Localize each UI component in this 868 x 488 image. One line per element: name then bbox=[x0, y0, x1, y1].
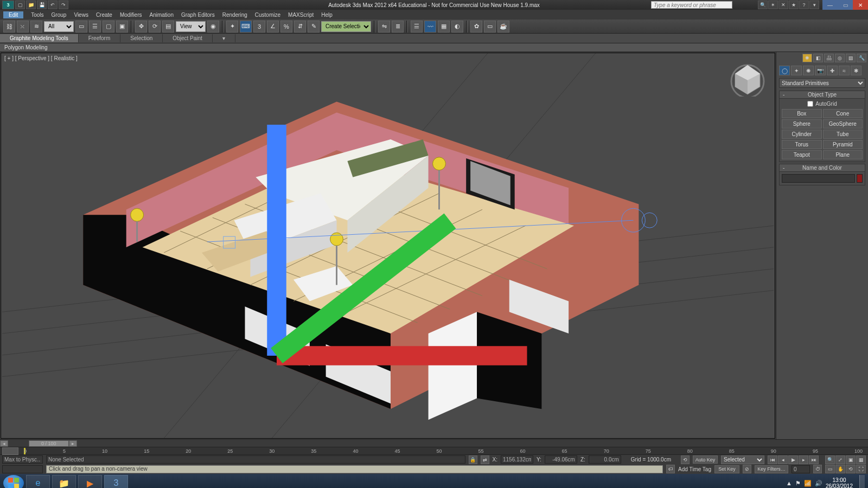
tray-volume-icon[interactable]: 🔊 bbox=[815, 480, 822, 487]
cat-geometry-icon[interactable]: ◯ bbox=[779, 66, 790, 75]
trackbar-mini-curve-icon[interactable] bbox=[2, 447, 18, 455]
prim-sphere[interactable]: Sphere bbox=[782, 119, 822, 129]
setkey-button[interactable]: Set Key bbox=[714, 465, 739, 473]
exchange-icon[interactable]: ✕ bbox=[778, 1, 788, 9]
scale-icon[interactable]: ▤ bbox=[162, 21, 174, 33]
next-frame-icon[interactable]: ▸ bbox=[799, 455, 808, 464]
object-name-field[interactable] bbox=[782, 174, 855, 183]
help-icon[interactable]: ? bbox=[799, 1, 809, 9]
menu-edit[interactable]: Edit bbox=[3, 11, 23, 18]
select-object-icon[interactable]: ▭ bbox=[75, 21, 87, 33]
autogrid-checkbox[interactable]: AutoGrid bbox=[782, 101, 863, 107]
pan-icon[interactable]: ✋ bbox=[835, 465, 845, 473]
cmd-tab-modify-icon[interactable]: ◧ bbox=[813, 54, 823, 62]
qat-new-icon[interactable]: ▢ bbox=[15, 1, 25, 9]
tray-flag-icon[interactable]: ⚑ bbox=[795, 480, 801, 487]
coord-x[interactable] bbox=[501, 455, 533, 464]
render-icon[interactable]: ☕ bbox=[497, 21, 509, 33]
geometry-subtype-dropdown[interactable]: Standard Primitives bbox=[779, 78, 865, 88]
zoom-extents-icon[interactable]: ▣ bbox=[846, 455, 856, 464]
cmd-tab-display-icon[interactable]: ▨ bbox=[846, 54, 856, 62]
timeslider-knob[interactable]: 0 / 100 bbox=[29, 440, 69, 447]
rendered-frame-icon[interactable]: ▭ bbox=[484, 21, 496, 33]
move-icon[interactable]: ✥ bbox=[135, 21, 147, 33]
tray-show-hidden-icon[interactable]: ▲ bbox=[786, 480, 792, 486]
keyboard-shortcut-icon[interactable]: ⌨ bbox=[240, 21, 252, 33]
orbit-icon[interactable]: ⟲ bbox=[846, 465, 856, 473]
menu-customize[interactable]: Customize bbox=[255, 12, 280, 18]
material-editor-icon[interactable]: ◐ bbox=[451, 21, 463, 33]
taskbar-explorer-icon[interactable]: 📁 bbox=[52, 475, 76, 488]
use-pivot-icon[interactable]: ◉ bbox=[207, 21, 219, 33]
viewcube[interactable] bbox=[729, 59, 767, 97]
ribbon-tab-freeform[interactable]: Freeform bbox=[79, 34, 121, 42]
time-config-icon[interactable]: ⏱ bbox=[813, 465, 822, 473]
menu-create[interactable]: Create bbox=[96, 12, 112, 18]
add-time-tag[interactable]: Add Time Tag bbox=[678, 466, 711, 472]
menu-maxscript[interactable]: MAXScript bbox=[288, 12, 314, 18]
zoom-icon[interactable]: 🔍 bbox=[825, 455, 835, 464]
goto-start-icon[interactable]: ⏮ bbox=[768, 455, 777, 464]
coord-z[interactable] bbox=[589, 455, 621, 464]
ribbon-tab-graphite[interactable]: Graphite Modeling Tools bbox=[0, 34, 79, 42]
angle-snap-icon[interactable]: ∠ bbox=[267, 21, 279, 33]
mirror-icon[interactable]: ⇋ bbox=[378, 21, 390, 33]
prev-frame-icon[interactable]: ◂ bbox=[778, 455, 788, 464]
show-desktop-button[interactable] bbox=[859, 475, 865, 488]
render-setup-icon[interactable]: ✿ bbox=[470, 21, 482, 33]
cmd-tab-hierarchy-icon[interactable]: 品 bbox=[824, 54, 834, 62]
maxscript-mini-listener-2[interactable] bbox=[2, 465, 43, 473]
prim-cylinder[interactable]: Cylinder bbox=[782, 130, 822, 139]
setkey-large-icon[interactable]: ⊘ bbox=[743, 465, 751, 473]
zoom-all-icon[interactable]: ⤢ bbox=[835, 455, 845, 464]
tray-clock[interactable]: 13:00 26/03/2012 bbox=[826, 477, 853, 488]
qat-undo-icon[interactable]: ↶ bbox=[48, 1, 58, 9]
qat-open-icon[interactable]: 📁 bbox=[26, 1, 36, 9]
menu-grapheditors[interactable]: Graph Editors bbox=[181, 12, 215, 18]
menu-tools[interactable]: Tools bbox=[31, 12, 43, 18]
prim-tube[interactable]: Tube bbox=[823, 130, 863, 139]
selectlink-icon[interactable]: ⛓ bbox=[3, 21, 15, 33]
bind-spacewarp-icon[interactable]: ≋ bbox=[30, 21, 42, 33]
ref-coord-dropdown[interactable]: View bbox=[176, 21, 206, 32]
subscription-icon[interactable]: ✶ bbox=[768, 1, 778, 9]
ribbon-expand-icon[interactable]: ▾ bbox=[213, 34, 235, 42]
curve-editor-icon[interactable]: 〰 bbox=[424, 21, 436, 33]
rollout-object-type[interactable]: Object Type bbox=[779, 91, 865, 99]
menu-rendering[interactable]: Rendering bbox=[222, 12, 247, 18]
selection-lock-icon[interactable]: 🔒 bbox=[469, 455, 477, 464]
menu-views[interactable]: Views bbox=[74, 12, 88, 18]
timeslider-prev-icon[interactable]: ◂ bbox=[0, 440, 8, 447]
select-by-name-icon[interactable]: ☰ bbox=[89, 21, 101, 33]
schematic-view-icon[interactable]: ▦ bbox=[438, 21, 450, 33]
adaptive-degradation-icon[interactable]: ⟲ bbox=[681, 455, 690, 464]
minimize-button[interactable]: — bbox=[822, 0, 838, 10]
ribbon-tab-selection[interactable]: Selection bbox=[120, 34, 163, 42]
cmd-tab-motion-icon[interactable]: ◎ bbox=[835, 54, 845, 62]
track-bar[interactable]: 0510 152025 303540 455055 606570 758085 … bbox=[0, 447, 868, 454]
rect-region-icon[interactable]: ▢ bbox=[103, 21, 114, 33]
current-frame-field[interactable] bbox=[792, 465, 810, 473]
maxscript-mini-listener[interactable] bbox=[2, 455, 43, 464]
unlink-icon[interactable]: ⛌ bbox=[17, 21, 29, 33]
autokey-button[interactable]: Auto Key bbox=[693, 455, 718, 464]
keymode-dropdown[interactable]: Selected bbox=[721, 455, 764, 464]
menu-modifiers[interactable]: Modifiers bbox=[120, 12, 142, 18]
cat-lights-icon[interactable]: ✺ bbox=[803, 66, 814, 75]
cmd-tab-create-icon[interactable]: ✺ bbox=[802, 54, 812, 62]
tray-network-icon[interactable]: 📶 bbox=[804, 480, 812, 487]
taskbar-ie-icon[interactable]: e bbox=[26, 475, 50, 488]
layers-icon[interactable]: ☰ bbox=[411, 21, 423, 33]
snaps-3-icon[interactable]: 3 bbox=[253, 21, 265, 33]
app-menu-button[interactable]: 3 bbox=[2, 1, 14, 9]
cmd-tab-utilities-icon[interactable]: 🔧 bbox=[857, 54, 866, 62]
absolute-relative-icon[interactable]: ⇄ bbox=[481, 455, 489, 464]
selection-filter-dropdown[interactable]: All bbox=[44, 21, 74, 32]
percent-snap-icon[interactable]: % bbox=[280, 21, 292, 33]
max-viewport-icon[interactable]: ⛶ bbox=[856, 465, 866, 473]
taskbar-mediaplayer-icon[interactable]: ▶ bbox=[78, 475, 102, 488]
favorite-icon[interactable]: ★ bbox=[789, 1, 799, 9]
timetag-icon[interactable]: 🏷 bbox=[666, 465, 675, 473]
zoom-extents-all-icon[interactable]: ▦ bbox=[856, 455, 866, 464]
coord-y[interactable] bbox=[545, 455, 577, 464]
